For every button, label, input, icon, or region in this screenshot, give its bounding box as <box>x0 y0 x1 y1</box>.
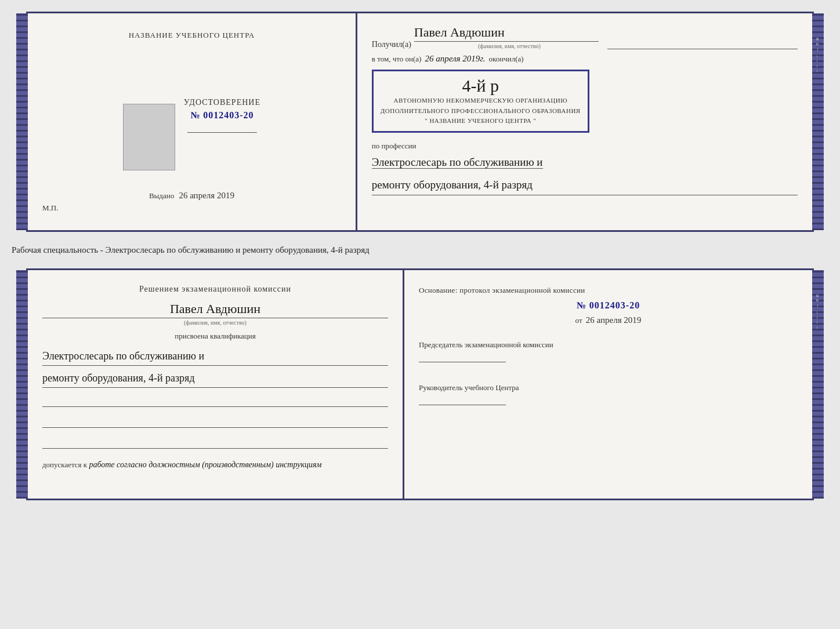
left-spine-decoration <box>16 13 28 230</box>
org-line2: ДОПОЛНИТЕЛЬНОГО ПРОФЕССИОНАЛЬНОГО ОБРАЗО… <box>381 106 581 117</box>
profession-block: Электрослесарь по обслуживанию и ремонту… <box>372 152 798 195</box>
chairman-sig-line <box>419 362 506 362</box>
vtom-label: в том, что он(а) <box>372 54 422 64</box>
dopuskaetsya-label: допускается к <box>42 460 87 469</box>
tab-char-3: ← <box>815 48 821 53</box>
org-lines: АВТОНОМНУЮ НЕКОММЕРЧЕСКУЮ ОРГАНИЗАЦИЮ ДО… <box>381 96 581 126</box>
right-spine-bottom: и а ← – – – – <box>812 270 824 499</box>
left-spine-bottom <box>16 270 28 499</box>
tab-b-char-6: – <box>815 321 821 324</box>
rank-large: 4-й р <box>381 76 581 96</box>
tab-char-4: – <box>815 55 821 58</box>
chairman-title: Председатель экзаменационной комиссии <box>419 340 798 350</box>
osnovaniye-label: Основание: протокол экзаменационной коми… <box>419 285 798 296</box>
top-doc-left: НАЗВАНИЕ УЧЕБНОГО ЦЕНТРА УДОСТОВЕРЕНИЕ №… <box>28 13 357 230</box>
bottom-document-wrapper: Решением экзаменационной комиссии Павел … <box>26 268 814 500</box>
top-left-title-area: НАЗВАНИЕ УЧЕБНОГО ЦЕНТРА <box>129 31 255 89</box>
photo-cert-row: УДОСТОВЕРЕНИЕ № 0012403-20 <box>123 98 260 176</box>
school-name-top: НАЗВАНИЕ УЧЕБНОГО ЦЕНТРА <box>129 31 255 40</box>
rukovoditel-sig-line <box>419 405 506 405</box>
recipient-name: Павел Авдюшин <box>414 25 599 42</box>
tab-char-1: и <box>815 38 821 41</box>
chairman-block: Председатель экзаменационной комиссии <box>419 340 798 362</box>
issued-line: Выдано 26 апреля 2019 <box>149 191 234 201</box>
mp-label: М.П. <box>42 203 58 213</box>
issued-date: 26 апреля 2019 <box>179 191 234 200</box>
cert-info-block: УДОСТОВЕРЕНИЕ № 0012403-20 <box>184 98 260 133</box>
ot-date-block: от 26 апреля 2019 <box>419 315 798 325</box>
tab-char-2: а <box>815 43 821 45</box>
dopuskaetsya-block: допускается к работе согласно должностны… <box>42 460 388 470</box>
top-doc-right: Получил(а) Павел Авдюшин (фамилия, имя, … <box>357 13 812 230</box>
rukovoditel-block: Руководитель учебного Центра <box>419 383 798 405</box>
prisvoena-label: присвоена квалификация <box>42 332 388 341</box>
recipient-line: Получил(а) Павел Авдюшин (фамилия, имя, … <box>372 25 798 49</box>
page-wrapper: НАЗВАНИЕ УЧЕБНОГО ЦЕНТРА УДОСТОВЕРЕНИЕ №… <box>12 12 828 500</box>
middle-text: Рабочая специальность - Электрослесарь п… <box>12 239 828 261</box>
tab-b-char-5: – <box>815 317 821 319</box>
right-spine-top: и а ← – – – – <box>812 13 824 230</box>
vtom-date: 26 апреля 2019г. <box>425 54 485 64</box>
decision-title: Решением экзаменационной комиссии <box>42 285 388 294</box>
issued-label: Выдано <box>149 191 174 200</box>
okonchil-label: окончил(а) <box>489 54 524 64</box>
fio-sublabel-bottom: (фамилия, имя, отчество) <box>42 319 388 326</box>
tab-b-char-4: – <box>815 311 821 314</box>
vtom-row: в том, что он(а) 26 апреля 2019г. окончи… <box>372 54 798 64</box>
ot-date: 26 апреля 2019 <box>586 315 642 325</box>
tab-b-char-2: а <box>815 299 821 301</box>
person-name: Павел Авдюшин <box>42 301 388 318</box>
cert-label: УДОСТОВЕРЕНИЕ <box>184 98 260 107</box>
top-document: НАЗВАНИЕ УЧЕБНОГО ЦЕНТРА УДОСТОВЕРЕНИЕ №… <box>26 12 814 232</box>
rukovoditel-title: Руководитель учебного Центра <box>419 383 798 393</box>
tab-char-6: – <box>815 65 821 68</box>
po-professii-label: по профессии <box>372 141 798 151</box>
person-name-block: Павел Авдюшин (фамилия, имя, отчество) <box>42 299 388 326</box>
poluchil-label: Получил(а) <box>372 40 411 49</box>
qualification-block: Электрослесарь по обслуживанию и ремонту… <box>42 344 388 391</box>
underline-1 <box>42 395 388 407</box>
org-line1: АВТОНОМНУЮ НЕКОММЕРЧЕСКУЮ ОРГАНИЗАЦИЮ <box>381 96 581 106</box>
tab-b-char-7: – <box>815 326 821 329</box>
protokol-number: № 0012403-20 <box>419 300 798 311</box>
dopuskaetsya-value: работе согласно должностным (производств… <box>89 460 321 469</box>
cert-number: № 0012403-20 <box>190 110 254 121</box>
qualification-line2: ремонту оборудования, 4-й разряд <box>42 369 388 388</box>
bottom-document: Решением экзаменационной комиссии Павел … <box>26 268 814 500</box>
tab-b-char-1: и <box>815 294 821 297</box>
bottom-doc-right: Основание: протокол экзаменационной коми… <box>404 270 812 499</box>
org-line3: " НАЗВАНИЕ УЧЕБНОГО ЦЕНТРА " <box>381 116 581 126</box>
tab-b-char-3: ← <box>815 304 821 309</box>
underline-2 <box>42 416 388 428</box>
tab-char-7: – <box>815 70 821 72</box>
underline-3 <box>42 437 388 449</box>
bottom-doc-left: Решением экзаменационной комиссии Павел … <box>28 270 404 499</box>
fio-sublabel: (фамилия, имя, отчество) <box>414 43 604 49</box>
qualification-line1: Электрослесарь по обслуживанию и <box>42 347 388 366</box>
profession-line2: ремонту оборудования, 4-й разряд <box>372 175 798 195</box>
tab-char-5: – <box>815 60 821 63</box>
photo-placeholder <box>123 104 175 170</box>
top-document-wrapper: НАЗВАНИЕ УЧЕБНОГО ЦЕНТРА УДОСТОВЕРЕНИЕ №… <box>26 12 814 232</box>
stamp-box: 4-й р АВТОНОМНУЮ НЕКОММЕРЧЕСКУЮ ОРГАНИЗА… <box>372 70 589 133</box>
profession-line1: Электрослесарь по обслуживанию и <box>372 156 543 169</box>
ot-label: от <box>575 316 582 325</box>
